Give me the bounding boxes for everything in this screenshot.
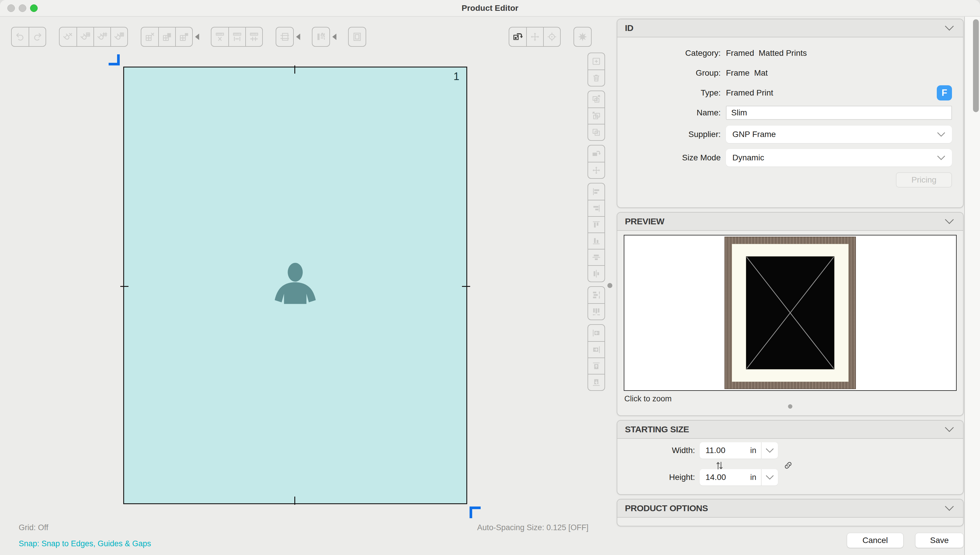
align-center-h-button[interactable]	[588, 265, 604, 282]
push-down-button[interactable]	[588, 374, 604, 390]
spacing-inner-button[interactable]	[228, 27, 245, 46]
toolbar-group	[275, 27, 294, 47]
grid-corner-button[interactable]	[175, 27, 192, 46]
rotate-canvas-button[interactable]	[509, 27, 526, 46]
height-unit: in	[750, 473, 761, 482]
auto-spacing-status: Auto-Spacing Size: 0.125 [OFF]	[477, 523, 588, 532]
frame-delete-button[interactable]	[588, 69, 604, 86]
save-button[interactable]: Save	[915, 533, 964, 548]
width-unit: in	[750, 446, 761, 455]
person-placeholder-icon	[267, 260, 324, 309]
size-mode-dropdown[interactable]: Dynamic	[726, 149, 952, 167]
push-up-icon	[591, 361, 601, 371]
spacing-off-button[interactable]	[211, 27, 228, 46]
toolbar-group	[588, 53, 605, 87]
page-indicator-dot[interactable]	[788, 404, 793, 409]
align-bottom-icon	[591, 236, 601, 246]
id-panel-header[interactable]: ID	[617, 19, 963, 37]
copy-next-icon: 3	[591, 95, 601, 104]
grid-fill-button[interactable]	[158, 27, 175, 46]
titlebar: Product Editor	[0, 0, 980, 17]
chevron-down-icon	[945, 218, 954, 225]
toolbar-group	[588, 183, 605, 282]
snap-frame-button[interactable]	[110, 27, 127, 46]
align-center-v-button[interactable]	[588, 249, 604, 265]
category-value: Framed Matted Prints	[726, 48, 807, 58]
handle-left-center[interactable]	[120, 286, 128, 287]
effects-button[interactable]	[574, 27, 591, 46]
toolbar-group: 33?	[588, 91, 605, 141]
supplier-label: Supplier:	[617, 130, 726, 139]
swap-dimensions-icon[interactable]	[714, 460, 725, 472]
preview-panel-title: PREVIEW	[625, 217, 665, 226]
type-value: Framed Print	[726, 88, 773, 98]
align-left-button[interactable]	[588, 183, 604, 200]
margin-lock-button[interactable]	[312, 27, 329, 46]
grid-corner-icon	[178, 31, 189, 42]
move-canvas-button[interactable]	[526, 27, 543, 46]
grid-status: Grid: Off	[19, 523, 48, 532]
frame-rotate-button[interactable]	[588, 146, 604, 162]
frame-add-button[interactable]	[588, 53, 604, 69]
splitter-handle[interactable]	[607, 283, 612, 288]
pricing-button[interactable]: Pricing	[896, 172, 952, 188]
align-top-icon	[591, 220, 601, 229]
size-mode-value: Dynamic	[732, 153, 764, 162]
snap-grid-button[interactable]	[77, 27, 93, 46]
push-right-button[interactable]	[588, 341, 604, 358]
copy-unknown-button[interactable]: ?	[588, 124, 604, 140]
frame-outline-button[interactable]	[349, 27, 366, 46]
print-opening-preview	[746, 257, 834, 369]
copy-unknown-icon: ?	[591, 127, 601, 137]
width-label: Width:	[617, 446, 700, 455]
push-left-button[interactable]	[588, 325, 604, 341]
product-options-panel-header[interactable]: PRODUCT OPTIONS	[617, 499, 963, 518]
snap-guides-button[interactable]	[93, 27, 110, 46]
push-up-button[interactable]	[588, 358, 604, 374]
corner-bracket-top-left	[109, 63, 120, 66]
preview-image[interactable]	[624, 235, 957, 391]
width-unit-dropdown[interactable]	[762, 448, 778, 453]
grid-delete-button[interactable]	[141, 27, 158, 46]
supplier-dropdown[interactable]: GNP Frame	[726, 126, 952, 143]
product-editor-window: Product Editor 1 33? Grid: Off Snap: Sna…	[0, 0, 980, 555]
align-right-button[interactable]	[588, 200, 604, 216]
type-badge: F	[937, 85, 952, 101]
scrollbar-thumb[interactable]	[973, 19, 979, 112]
align-top-button[interactable]	[588, 216, 604, 233]
height-unit-dropdown[interactable]	[762, 474, 778, 480]
snap-off-button[interactable]	[59, 27, 77, 46]
starting-size-panel-header[interactable]: STARTING SIZE	[617, 420, 963, 439]
undo-button[interactable]	[12, 27, 29, 46]
corner-bracket-bottom-right	[469, 507, 472, 518]
frame-delete-icon	[591, 73, 601, 83]
rotate-canvas-icon	[512, 31, 523, 42]
chevron-down-icon	[937, 155, 946, 160]
distribute-h-button[interactable]	[588, 303, 604, 319]
preview-panel-header[interactable]: PREVIEW	[617, 213, 963, 231]
handle-bottom-center[interactable]	[295, 497, 295, 505]
copy-next-button[interactable]: 3	[588, 91, 604, 107]
toolbar-group	[573, 27, 592, 47]
frame-move-button[interactable]	[588, 162, 604, 178]
distribute-v-button[interactable]	[588, 287, 604, 303]
width-field[interactable]: 11.00 in	[700, 442, 778, 459]
handle-top-center[interactable]	[295, 66, 295, 74]
design-frame[interactable]: 1	[123, 67, 467, 504]
align-bottom-button[interactable]	[588, 233, 604, 249]
center-canvas-button[interactable]	[543, 27, 560, 46]
cancel-button[interactable]: Cancel	[847, 533, 903, 548]
toolbar-group	[11, 27, 46, 47]
name-label: Name:	[617, 108, 726, 117]
chevron-down-icon	[945, 25, 954, 31]
redo-button[interactable]	[29, 27, 46, 46]
guides-button[interactable]	[276, 27, 293, 46]
height-field[interactable]: 14.00 in	[700, 469, 778, 486]
toolbar-group	[588, 286, 605, 320]
link-dimensions-icon[interactable]	[783, 460, 794, 471]
copy-prev-button[interactable]: 3	[588, 107, 604, 124]
spacing-outer-button[interactable]	[245, 27, 262, 46]
frame-outline-icon	[352, 31, 363, 42]
name-input[interactable]	[726, 106, 952, 120]
handle-right-center[interactable]	[462, 286, 470, 287]
